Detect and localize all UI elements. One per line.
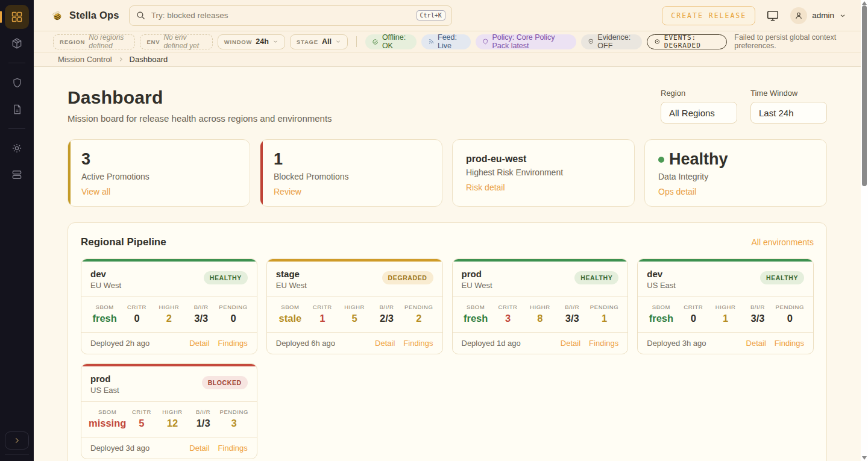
stat-label: HIGHR (709, 304, 741, 310)
view-all-link[interactable]: View all (81, 187, 110, 196)
detail-link[interactable]: Detail (746, 339, 766, 348)
region-name: EU West (276, 281, 307, 290)
critr-value: 5 (126, 418, 157, 429)
detail-link[interactable]: Detail (189, 339, 209, 348)
sidebar-item-security[interactable] (5, 71, 29, 95)
settings-gear-icon (11, 142, 23, 154)
highest-risk-card: prod-eu-west Highest Risk Environment Ri… (452, 139, 635, 207)
time-window-select-label: Time Window (750, 89, 827, 98)
highr-value: 5 (338, 313, 370, 324)
bir-value: 2/3 (371, 313, 403, 324)
active-promotions-count: 3 (81, 150, 236, 169)
bir-value: 3/3 (556, 313, 588, 324)
detail-link[interactable]: Detail (561, 339, 580, 348)
breadcrumb-chevron-icon (118, 56, 124, 63)
breadcrumb-mission-control[interactable]: Mission Control (58, 55, 112, 64)
all-environments-link[interactable]: All environments (752, 237, 814, 247)
user-menu[interactable]: admin (790, 7, 846, 24)
window-filter-label: WINDOW (224, 39, 252, 45)
ops-detail-link[interactable]: Ops detail (658, 187, 696, 196)
critr-value: 0 (678, 313, 709, 324)
sidebar-item-releases[interactable] (5, 31, 29, 55)
findings-link[interactable]: Findings (218, 444, 248, 453)
evidence-status-label: Evidence: OFF (597, 33, 635, 50)
sidebar-item-settings[interactable] (5, 136, 29, 160)
bir-value: 3/3 (741, 313, 773, 324)
region-select[interactable]: All Regions (661, 102, 737, 124)
chevron-down-icon (839, 12, 846, 19)
window-filter-value: 24h (256, 37, 269, 46)
shield-off-icon (588, 37, 594, 46)
chevron-right-icon (13, 436, 21, 445)
app-title: Stella Ops (69, 10, 119, 21)
sidebar-item-infrastructure[interactable] (5, 163, 29, 187)
stat-label: SBOM (274, 304, 306, 310)
create-release-button[interactable]: CREATE RELEASE (662, 6, 755, 25)
feed-status-label: Feed: Live (438, 33, 464, 50)
review-link[interactable]: Review (274, 187, 301, 196)
stage-filter-value: All (322, 37, 332, 46)
bee-logo-icon (51, 9, 64, 22)
display-mode-button[interactable] (766, 9, 779, 22)
health-dot-icon (658, 157, 664, 163)
stat-label: CRITR (492, 304, 524, 310)
status-badge: BLOCKED (202, 376, 248, 389)
sbom-value: fresh (89, 313, 121, 324)
scrollbar-thumb[interactable] (862, 5, 867, 186)
stat-label: B/I/R (188, 409, 219, 415)
card-label: Highest Risk Environment (466, 168, 621, 177)
sbom-value: fresh (645, 313, 677, 324)
feed-status-chip[interactable]: Feed: Live (421, 34, 471, 49)
scroll-up-arrow[interactable] (862, 1, 867, 5)
detail-link[interactable]: Detail (189, 444, 209, 453)
scroll-down-arrow[interactable] (862, 456, 867, 460)
pipeline-card-dev-eu-west: dev EU West HEALTHY SBOMfresh CRITR0 HIG… (81, 259, 257, 354)
context-bar: REGION No regions defined ENV No env def… (34, 31, 861, 52)
pending-value: 0 (217, 313, 249, 324)
status-badge: HEALTHY (574, 271, 618, 284)
critr-value: 1 (306, 313, 338, 324)
environment-name: dev (647, 269, 676, 279)
sidebar-item-dashboard[interactable] (5, 5, 29, 29)
sidebar-expand-button[interactable] (5, 431, 29, 450)
stat-label: CRITR (678, 304, 709, 310)
findings-link[interactable]: Findings (218, 339, 248, 348)
sidebar-item-documents[interactable] (5, 97, 29, 121)
stat-label: B/I/R (556, 304, 588, 310)
env-filter-chip[interactable]: ENV No env defined yet (140, 34, 212, 49)
region-filter-label: REGION (60, 39, 85, 45)
evidence-status-chip[interactable]: Evidence: OFF (581, 34, 642, 49)
status-badge: HEALTHY (204, 271, 248, 284)
context-error-message: Failed to persist global context prefere… (734, 33, 846, 50)
stat-label: PENDING (219, 409, 250, 415)
stage-filter-chip[interactable]: STAGE All (290, 34, 348, 49)
region-name: US East (90, 386, 119, 395)
breadcrumb-dashboard: Dashboard (130, 55, 168, 64)
window-filter-chip[interactable]: WINDOW 24h (218, 34, 285, 49)
offline-status-chip[interactable]: Offline: OK (365, 34, 417, 49)
risk-detail-link[interactable]: Risk detail (466, 183, 505, 192)
region-select-label: Region (661, 89, 737, 98)
findings-link[interactable]: Findings (589, 339, 618, 348)
events-status-chip[interactable]: EVENTS: DEGRADED (647, 34, 727, 49)
summary-cards: 3 Active Promotions View all 1 Blocked P… (68, 139, 827, 207)
events-status-label: EVENTS: DEGRADED (664, 34, 720, 49)
findings-link[interactable]: Findings (775, 339, 804, 348)
pending-value: 2 (403, 313, 435, 324)
card-accent-bar (260, 140, 263, 206)
findings-link[interactable]: Findings (403, 339, 433, 348)
global-search[interactable]: Ctrl+K (129, 5, 452, 26)
stat-label: HIGHR (338, 304, 370, 310)
data-integrity-card: Healthy Data Integrity Ops detail (644, 139, 827, 207)
policy-status-chip[interactable]: Policy: Core Policy Pack latest (476, 34, 576, 49)
time-window-select[interactable]: Last 24h (750, 102, 827, 124)
highr-value: 2 (153, 313, 185, 324)
detail-link[interactable]: Detail (375, 339, 395, 348)
pipeline-card-prod-us-east: prod US East BLOCKED SBOMmissing CRITR5 … (81, 363, 257, 459)
check-circle-icon (372, 37, 379, 46)
page-scrollbar[interactable] (861, 0, 868, 461)
env-filter-value: No env defined yet (163, 33, 206, 50)
region-filter-chip[interactable]: REGION No regions defined (53, 34, 135, 49)
pending-value: 0 (774, 313, 806, 324)
search-input[interactable] (151, 11, 411, 20)
